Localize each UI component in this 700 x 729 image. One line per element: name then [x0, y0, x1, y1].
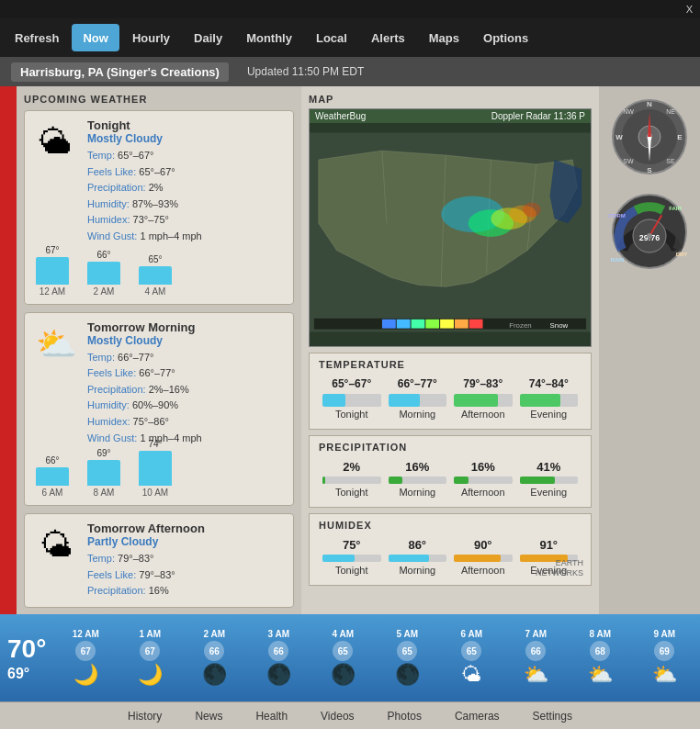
humidex-val-3: 91°: [520, 538, 579, 552]
location-bar: Harrisburg, PA (Singer's Creations) Upda…: [0, 57, 700, 86]
chart-label-1-1: 8 AM: [94, 488, 115, 498]
current-temp-display: 70° 69°: [0, 634, 53, 682]
hourly-item-7: 7 AM 66 ⛅: [503, 625, 568, 690]
nav-daily[interactable]: Daily: [183, 24, 233, 51]
nav-refresh[interactable]: Refresh: [4, 24, 70, 51]
map-title-bar: WeatherBug Doppler Radar 11:36 P: [310, 109, 591, 123]
weather-details-0: Tonight Mostly Cloudy Temp: 65°–67° Feel…: [87, 118, 286, 245]
chart-bar-1-0: 66° 6 AM: [36, 455, 69, 498]
red-accent: [0, 86, 17, 614]
compass-container: N E S W NE SE SW NW 0: [608, 95, 691, 181]
hourly-items: 12 AM 67 🌙 1 AM 67 🌙 2 AM 66 🌑 3 AM 66 🌑…: [53, 625, 700, 690]
weather-details-1: Tomorrow Morning Mostly Cloudy Temp: 66°…: [87, 320, 286, 447]
nav-now[interactable]: Now: [72, 24, 119, 51]
temp-range-1: 66°–77°: [389, 377, 447, 390]
hourly-item-6: 6 AM 65 🌤: [439, 625, 503, 690]
hourly-item-0: 12 AM 67 🌙: [53, 625, 118, 690]
chart-bar-1-2: 74° 10 AM: [139, 439, 172, 498]
weather-details-2: Tomorrow Afternoon Partly Cloudy Temp: 7…: [87, 522, 286, 600]
bottom-nav-news[interactable]: News: [187, 710, 230, 723]
precip-pct-2: 16%: [454, 460, 513, 474]
svg-text:RAIN: RAIN: [611, 257, 625, 263]
nav-monthly[interactable]: Monthly: [235, 24, 303, 51]
nav-options[interactable]: Options: [472, 24, 539, 51]
svg-rect-14: [425, 320, 439, 329]
chart-temp-1-2: 74°: [148, 439, 162, 449]
precip-pct-3: 41%: [520, 460, 579, 474]
map-area[interactable]: WeatherBug Doppler Radar 11:36 P: [309, 108, 592, 347]
weather-period-0: Tonight: [87, 118, 286, 132]
bottom-nav-history[interactable]: History: [120, 710, 169, 723]
chart-label-0-2: 4 AM: [145, 286, 166, 297]
hourly-badge-1: 67: [140, 641, 160, 661]
feels-like-temp: 69°: [7, 665, 46, 682]
nav-bar: RefreshNowHourlyDailyMonthlyLocalAlertsM…: [0, 18, 700, 57]
chart-bar-fill-1-0: [36, 467, 69, 486]
earth-networks-logo: EARTH NETWORKS: [536, 558, 583, 579]
bottom-nav-settings[interactable]: Settings: [525, 710, 580, 723]
hourly-time-6: 6 AM: [461, 629, 483, 639]
mini-chart-0: 67° 12 AM 66° 2 AM 65° 4 AM: [32, 251, 286, 297]
humidex-period-0: Tonight: [322, 565, 381, 576]
hourly-badge-6: 65: [461, 641, 481, 661]
temp-bar-fill-3: [520, 394, 560, 407]
chart-temp-0-0: 67°: [45, 245, 59, 255]
hourly-badge-2: 66: [204, 641, 224, 661]
chart-bar-fill-1-2: [139, 451, 172, 486]
precipitation-section: PRECIPITATION 2% Tonight 16% Morning 16%…: [309, 435, 592, 508]
weather-condition-1: Mostly Cloudy: [87, 334, 286, 347]
weather-condition-2: Partly Cloudy: [87, 535, 286, 548]
hourly-badge-7: 66: [525, 641, 546, 661]
hourly-item-8: 8 AM 68 ⛅: [568, 625, 632, 690]
radar-label: Doppler Radar 11:36 P: [491, 111, 585, 121]
humidex-bar-fill-1: [389, 555, 429, 562]
hourly-item-3: 3 AM 66 🌑: [246, 625, 310, 690]
bottom-nav-photos[interactable]: Photos: [380, 710, 429, 723]
instruments-panel: N E S W NE SE SW NW 0: [599, 86, 700, 614]
hourly-time-4: 4 AM: [333, 629, 355, 639]
nav-hourly[interactable]: Hourly: [121, 24, 181, 51]
close-button[interactable]: X: [686, 4, 693, 15]
weather-condition-0: Mostly Cloudy: [87, 132, 286, 145]
nav-alerts[interactable]: Alerts: [360, 24, 416, 51]
card-header-1: ⛅ Tomorrow Morning Mostly Cloudy Temp: 6…: [32, 320, 286, 447]
upcoming-title: UPCOMING WEATHER: [24, 94, 294, 105]
weather-icon-1: ⛅: [32, 320, 80, 368]
nav-maps[interactable]: Maps: [418, 24, 470, 51]
hourly-badge-0: 67: [75, 641, 96, 661]
humidex-bar-container-0: [322, 555, 381, 562]
svg-text:FAIR: FAIR: [669, 206, 682, 211]
temp-col-2: 79°–83° Afternoon: [450, 374, 516, 423]
compass-svg: N E S W NE SE SW NW 0: [608, 95, 691, 178]
card-header-0: 🌥 Tonight Mostly Cloudy Temp: 65°–67° Fe…: [32, 118, 286, 245]
svg-rect-11: [382, 320, 396, 329]
weather-info-2: Temp: 79°–83° Feels Like: 79°–83° Precip…: [87, 551, 286, 600]
precip-period-3: Evening: [520, 487, 579, 498]
hourly-badge-3: 66: [268, 641, 288, 661]
precip-pct-0: 2%: [322, 460, 381, 474]
chart-label-1-2: 10 AM: [142, 488, 168, 498]
chart-temp-0-1: 66°: [96, 250, 110, 260]
humidex-bar-container-1: [389, 555, 447, 562]
bottom-nav-cameras[interactable]: Cameras: [447, 710, 507, 723]
weather-card-1: ⛅ Tomorrow Morning Mostly Cloudy Temp: 6…: [24, 312, 294, 507]
temp-period-0: Tonight: [322, 409, 381, 420]
precip-col-1: 16% Morning: [385, 456, 451, 501]
bottom-nav-videos[interactable]: Videos: [313, 710, 361, 723]
location-name[interactable]: Harrisburg, PA (Singer's Creations): [11, 62, 229, 82]
bottom-nav-health[interactable]: Health: [248, 710, 295, 723]
svg-rect-13: [412, 320, 425, 329]
precip-col-3: 41% Evening: [516, 456, 582, 501]
main-content: UPCOMING WEATHER 🌥 Tonight Mostly Cloudy…: [0, 86, 700, 614]
temp-bar-container-3: [520, 394, 579, 407]
humidex-section: HUMIDEX 75° Tonight 86° Morning 90° Afte…: [309, 513, 592, 586]
nav-local[interactable]: Local: [305, 24, 358, 51]
svg-text:NW: NW: [623, 108, 634, 115]
temp-bar-container-1: [389, 394, 447, 407]
svg-rect-15: [440, 320, 454, 329]
hourly-time-2: 2 AM: [204, 629, 226, 639]
hourly-badge-5: 65: [397, 641, 417, 661]
precip-bar-container-1: [389, 477, 447, 484]
temperature-title: TEMPERATURE: [319, 359, 581, 370]
map-label: MAP: [309, 94, 592, 105]
